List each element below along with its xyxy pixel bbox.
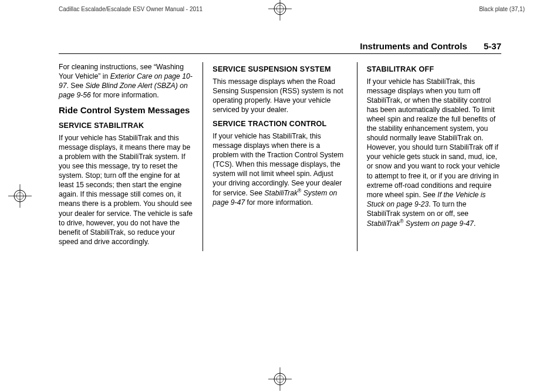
print-header: Cadillac Escalade/Escalade ESV Owner Man… bbox=[59, 6, 525, 12]
column-2: SERVICE SUSPENSION SYSTEM This message d… bbox=[212, 62, 347, 251]
off-text-3: . bbox=[474, 219, 475, 228]
manual-title: Cadillac Escalade/Escalade ESV Owner Man… bbox=[59, 6, 203, 12]
service-stabilitrak-heading: SERVICE STABILITRAK bbox=[59, 121, 193, 131]
off-ref-2a: StabiliTrak bbox=[367, 219, 400, 228]
section-title: Instruments and Controls bbox=[360, 41, 467, 51]
traction-ref-name: StabiliTrak bbox=[264, 189, 298, 197]
intro-text-b: . See bbox=[67, 82, 86, 90]
traction-text-1: If your vehicle has StabiliTrak, this me… bbox=[212, 132, 343, 198]
traction-text-2: for more information. bbox=[245, 198, 313, 207]
service-traction-heading: SERVICE TRACTION CONTROL bbox=[212, 119, 347, 129]
page-number: 5-37 bbox=[484, 41, 501, 51]
off-text-1: If your vehicle has StabiliTrak, this me… bbox=[367, 77, 500, 199]
stabilitrak-off-heading: STABILITRAK OFF bbox=[367, 65, 501, 75]
service-suspension-heading: SERVICE SUSPENSION SYSTEM bbox=[212, 65, 347, 75]
off-ref-2b: System on page 9-47 bbox=[404, 219, 474, 228]
running-header: Instruments and Controls 5-37 bbox=[59, 41, 501, 54]
column-divider-1 bbox=[203, 62, 203, 251]
ride-control-heading: Ride Control System Messages bbox=[59, 104, 193, 116]
columns: For cleaning instructions, see “Washing … bbox=[59, 62, 501, 251]
service-suspension-body: This message displays when the Road Sens… bbox=[212, 77, 347, 114]
column-divider-2 bbox=[357, 62, 357, 251]
column-1: For cleaning instructions, see “Washing … bbox=[59, 62, 193, 251]
plate-info: Black plate (37,1) bbox=[479, 6, 525, 12]
service-traction-body: If your vehicle has StabiliTrak, this me… bbox=[212, 131, 347, 208]
registration-mark-left bbox=[8, 184, 32, 208]
column-3: STABILITRAK OFF If your vehicle has Stab… bbox=[367, 62, 501, 251]
page-body: Instruments and Controls 5-37 For cleani… bbox=[59, 41, 501, 363]
service-stabilitrak-body: If your vehicle has StabiliTrak and this… bbox=[59, 133, 193, 246]
intro-paragraph: For cleaning instructions, see “Washing … bbox=[59, 62, 193, 100]
intro-text-c: for more information. bbox=[91, 91, 159, 99]
stabilitrak-off-body: If your vehicle has StabiliTrak, this me… bbox=[367, 77, 501, 229]
registration-mark-bottom bbox=[268, 367, 292, 391]
